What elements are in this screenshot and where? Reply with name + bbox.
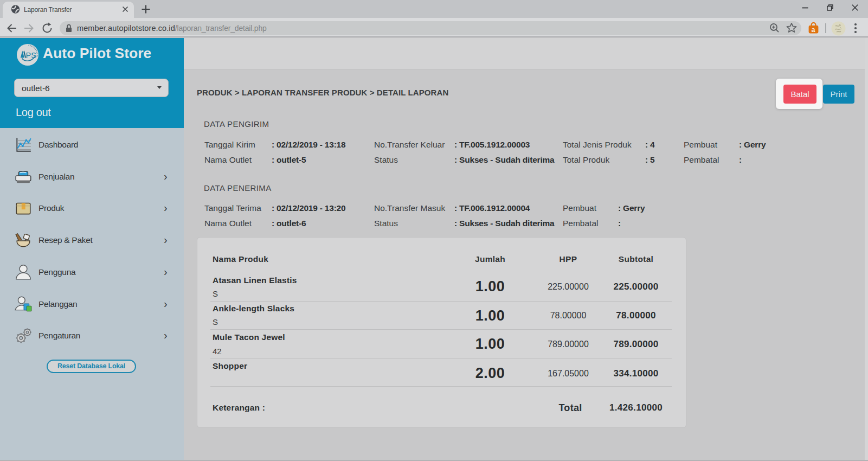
svg-text:a: a	[811, 26, 815, 34]
svg-text:PS: PS	[26, 51, 36, 60]
